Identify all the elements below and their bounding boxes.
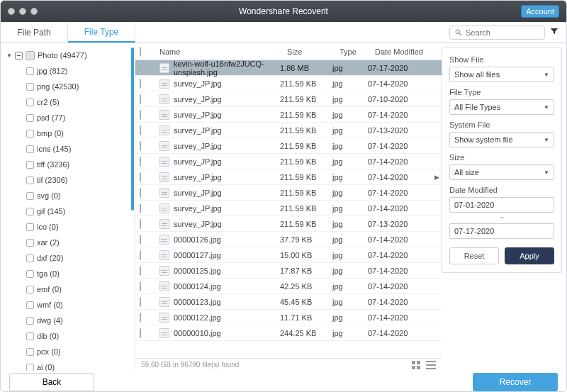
filter-file-type-select[interactable]: All File Types▼ [449, 99, 554, 115]
table-row[interactable]: survey_JP.jpg211.59 KBjpg07-13-2020 [135, 123, 442, 138]
format-checkbox[interactable] [26, 114, 34, 122]
format-checkbox[interactable] [26, 286, 34, 293]
sidebar-format-item[interactable]: tif (2306) [5, 172, 135, 188]
sidebar-format-item[interactable]: ai (0) [5, 359, 135, 371]
row-checkbox[interactable] [140, 141, 141, 151]
tab-file-path[interactable]: File Path [1, 22, 68, 43]
row-checkbox[interactable] [140, 63, 141, 73]
col-date[interactable]: Date Modified [375, 47, 442, 56]
col-type[interactable]: Type [339, 47, 375, 56]
col-size[interactable]: Size [287, 47, 339, 56]
row-checkbox[interactable] [140, 157, 141, 167]
row-checkbox[interactable] [140, 328, 141, 338]
format-checkbox[interactable] [26, 161, 34, 169]
table-row[interactable]: survey_JP.jpg211.59 KBjpg07-14-2020 [135, 154, 442, 169]
row-checkbox[interactable] [140, 235, 141, 245]
table-row[interactable]: 00000126.jpg37.79 KBjpg07-14-2020 [135, 232, 442, 247]
format-checkbox[interactable] [26, 332, 34, 340]
format-checkbox[interactable] [26, 99, 34, 106]
table-row[interactable]: 00000123.jpg45.45 KBjpg07-14-2020 [135, 294, 442, 310]
row-checkbox[interactable] [140, 219, 141, 229]
format-checkbox[interactable] [26, 301, 34, 309]
format-checkbox[interactable] [26, 192, 34, 200]
format-checkbox[interactable] [26, 223, 34, 231]
table-row[interactable]: survey_JP.jpg211.59 KBjpg07-13-2020 [135, 216, 442, 232]
format-checkbox[interactable] [26, 270, 34, 278]
table-row[interactable]: 00000125.jpg17.87 KBjpg07-14-2020 [135, 263, 442, 279]
category-checkbox[interactable] [15, 52, 23, 60]
sidebar-format-item[interactable]: bmp (0) [5, 125, 135, 141]
table-row[interactable]: 00000122.jpg11.71 KBjpg07-14-2020 [135, 310, 442, 325]
row-checkbox[interactable] [140, 266, 141, 276]
filter-icon[interactable] [549, 26, 559, 39]
table-row[interactable]: survey_JP.jpg211.59 KBjpg07-10-2020 [135, 91, 442, 107]
format-checkbox[interactable] [26, 254, 34, 262]
table-row[interactable]: survey_JP.jpg211.59 KBjpg07-14-2020 [135, 107, 442, 123]
back-button[interactable]: Back [9, 373, 94, 391]
sidebar-format-item[interactable]: wmf (0) [5, 297, 135, 313]
format-checkbox[interactable] [26, 130, 34, 138]
sidebar-format-item[interactable]: svg (0) [5, 188, 135, 203]
filter-system-file-select[interactable]: Show system file▼ [449, 132, 554, 147]
sidebar-format-item[interactable]: gif (145) [5, 203, 135, 219]
format-checkbox[interactable] [26, 239, 34, 247]
sidebar-format-item[interactable]: dib (0) [5, 328, 135, 344]
expand-icon[interactable]: ▶ [434, 174, 442, 181]
select-all-checkbox[interactable] [140, 47, 141, 57]
filter-date-from[interactable]: 07-01-2020 [449, 197, 554, 213]
grid-view-icon[interactable] [412, 361, 422, 369]
row-checkbox[interactable] [140, 172, 141, 182]
format-checkbox[interactable] [26, 364, 34, 371]
row-checkbox[interactable] [140, 79, 141, 89]
format-checkbox[interactable] [26, 145, 34, 153]
account-button[interactable]: Account [521, 5, 559, 18]
format-checkbox[interactable] [26, 83, 34, 91]
row-checkbox[interactable] [140, 203, 141, 213]
row-checkbox[interactable] [140, 313, 141, 323]
sidebar-format-item[interactable]: png (42530) [5, 79, 135, 94]
filter-size-select[interactable]: All size▼ [449, 164, 554, 180]
col-name[interactable]: Name [157, 47, 287, 56]
sidebar-format-item[interactable]: pcx (0) [5, 344, 135, 359]
sidebar-format-item[interactable]: ico (0) [5, 219, 135, 235]
tab-file-type[interactable]: File Type [68, 22, 135, 43]
sidebar-format-item[interactable]: jpg (812) [5, 63, 135, 79]
sidebar-format-item[interactable]: cr2 (5) [5, 94, 135, 110]
row-checkbox[interactable] [140, 110, 141, 120]
row-checkbox[interactable] [140, 125, 141, 135]
format-checkbox[interactable] [26, 67, 34, 75]
list-view-icon[interactable] [426, 361, 436, 369]
recover-button[interactable]: Recover [473, 373, 558, 391]
table-row[interactable]: kevin-wolf-u16nfw2JUCQ-unsplash.jpg1.86 … [135, 60, 442, 76]
format-checkbox[interactable] [26, 317, 34, 325]
table-row[interactable]: 00000127.jpg15.00 KBjpg07-14-2020 [135, 247, 442, 263]
format-checkbox[interactable] [26, 177, 34, 184]
format-checkbox[interactable] [26, 208, 34, 215]
sidebar-scrollbar[interactable] [131, 47, 134, 211]
table-row[interactable]: survey_JP.jpg211.59 KBjpg07-14-2020 [135, 201, 442, 216]
sidebar-format-item[interactable]: tga (0) [5, 266, 135, 281]
search-input-wrapper[interactable] [449, 26, 545, 40]
sidebar-format-item[interactable]: psd (77) [5, 110, 135, 125]
row-checkbox[interactable] [140, 188, 141, 198]
row-checkbox[interactable] [140, 281, 141, 291]
table-row[interactable]: survey_JP.jpg211.59 KBjpg07-14-2020▶ [135, 169, 442, 185]
table-row[interactable]: survey_JP.jpg211.59 KBjpg07-14-2020 [135, 138, 442, 154]
table-row[interactable]: survey_JP.jpg211.59 KBjpg07-14-2020 [135, 76, 442, 91]
filter-show-file-select[interactable]: Show all files▼ [449, 67, 554, 82]
sidebar-format-item[interactable]: dwg (4) [5, 313, 135, 328]
row-checkbox[interactable] [140, 250, 141, 260]
format-checkbox[interactable] [26, 348, 34, 356]
reset-button[interactable]: Reset [449, 247, 499, 264]
sidebar-format-item[interactable]: icns (145) [5, 141, 135, 157]
sidebar-format-item[interactable]: tiff (3236) [5, 157, 135, 172]
row-checkbox[interactable] [140, 297, 141, 307]
table-row[interactable]: 00000124.jpg42.25 KBjpg07-14-2020 [135, 279, 442, 294]
sidebar-format-item[interactable]: xar (2) [5, 235, 135, 250]
apply-button[interactable]: Apply [505, 247, 554, 264]
table-row[interactable]: 00000010.jpg244.25 KBjpg07-14-2020 [135, 325, 442, 341]
sidebar-format-item[interactable]: emf (0) [5, 281, 135, 297]
search-input[interactable] [466, 28, 537, 37]
row-checkbox[interactable] [140, 94, 141, 104]
table-row[interactable]: survey_JP.jpg211.59 KBjpg07-14-2020 [135, 185, 442, 201]
